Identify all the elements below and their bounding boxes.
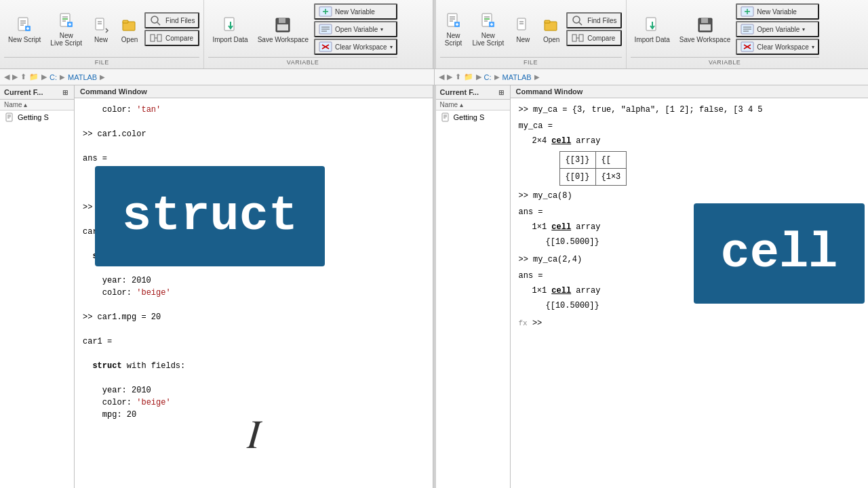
ans2-label: ans = [519,206,861,218]
file-icon-left [4,112,15,123]
import-data-button-right[interactable]: Import Data [631,14,674,45]
new-icon-right [513,16,532,35]
clear-workspace-icon-right [741,41,754,52]
command2: >> my_ca(8) [519,190,861,202]
cf-item-getting-started-right[interactable]: Getting S [436,110,510,124]
new-variable-button-left[interactable]: New Variable [314,3,397,20]
path-c-right[interactable]: C: [484,73,492,81]
new-button-right[interactable]: New [509,14,536,45]
new-script-button[interactable]: New Script [4,14,45,45]
save-workspace-button-left[interactable]: Save Workspace [254,14,313,45]
new-live-script-button-right[interactable]: NewLive Script [469,9,509,49]
cell-array-table-container: {[3]} {[ {[0]} {1×3 [532,151,861,186]
cw-title-right: Command Window [516,87,583,96]
command-window-left: Command Window struct color: 'tan' >> ca… [75,85,433,488]
path-matlab-left[interactable]: MATLAB [68,73,97,81]
new-script-label-right: NewScript [445,32,462,47]
open-button-right[interactable]: Open [538,14,565,45]
new-variable-icon-left [319,6,332,17]
cf-col-header-left[interactable]: Name ▴ [0,100,74,110]
compare-button-right[interactable]: Compare [566,30,621,46]
cf-collapse-left[interactable]: ⊞ [60,87,70,97]
find-files-button-left[interactable]: Find Files [144,12,199,28]
path-matlab-right[interactable]: MATLAB [502,73,532,81]
cw-content-left[interactable]: struct color: 'tan' >> car1.color ans = … [75,98,433,488]
open-icon-right [542,16,561,35]
nav-up-icon-left[interactable]: ⬆ [20,73,26,81]
open-variable-label-left: Open Variable [335,26,378,33]
open-label-left: Open [121,36,138,43]
import-data-button-left[interactable]: Import Data [208,14,252,45]
new-variable-button-right[interactable]: New Variable [736,3,819,20]
file-group-label-left: FILE [4,57,199,66]
nav-back-icon-left[interactable]: ◀ [4,73,9,81]
svg-point-19 [151,16,158,23]
new-script-button-right[interactable]: NewScript [440,9,467,49]
svg-rect-67 [700,24,711,30]
new-variable-label-right: New Variable [757,8,797,16]
main-content: Current F... ⊞ Name ▴ Gett [0,85,868,488]
cf-title-left: Current F... [4,88,43,96]
clear-workspace-button-left[interactable]: Clear Workspace ▾ [314,39,397,55]
path-separator-left: ▶ [41,73,47,81]
cf-collapse-right[interactable]: ⊞ [496,87,506,97]
dropdown-icon-clear-left: ▾ [390,44,393,50]
svg-rect-82 [442,113,448,121]
svg-rect-27 [279,18,285,23]
svg-line-59 [579,22,582,25]
new-live-script-label-right: NewLive Script [473,32,505,47]
open-variable-icon-right [741,24,754,35]
cell-array3-label: 1×1 cell array [532,285,861,297]
panel-left-split: Current F... ⊞ Name ▴ Gett [0,85,433,488]
code-right[interactable]: >> my_ca = {3, true, "alpha", [1 2]; fal… [519,104,861,329]
new-live-script-icon [57,12,76,30]
save-workspace-label-right: Save Workspace [679,36,730,43]
nav-forward-icon-left[interactable]: ▶ [12,73,18,81]
cf-col-header-right[interactable]: Name ▴ [436,100,510,110]
svg-rect-78 [6,113,12,121]
open-variable-button-left[interactable]: Open Variable ▾ [314,21,397,37]
clear-workspace-label-right: Clear Workspace [757,43,809,51]
import-data-label-left: Import Data [212,36,248,43]
nav-folder-icon-right: 📁 [464,73,473,81]
save-workspace-button-right[interactable]: Save Workspace [675,14,734,45]
cf-item-getting-started-left[interactable]: Getting S [0,110,74,124]
nav-back-icon-right[interactable]: ◀ [439,73,444,81]
compare-icon-right [571,33,585,43]
open-label-right: Open [543,36,559,43]
compare-label-right: Compare [587,35,615,42]
save-workspace-icon-right [696,16,715,35]
panel-right: Current F... ⊞ Name ▴ Gett [436,85,869,488]
toolbar-right: NewScript NewLive S [436,0,869,68]
cw-header-left: Command Window [75,85,433,98]
cell-array-table: {[3]} {[ {[0]} {1×3 [559,151,627,186]
nav-up-icon-right[interactable]: ⬆ [455,73,461,81]
cell-r2c2: {1×3 [595,169,627,186]
path-separator-right: ▶ [476,73,481,81]
compare-button-left[interactable]: Compare [144,30,199,46]
code-left[interactable]: color: 'tan' >> car1.color ans = 'tan' >… [83,104,425,421]
new-script-icon [15,16,34,35]
find-files-icon-left [149,15,163,26]
path-arrow-right1: ▶ [494,73,500,81]
open-button-left[interactable]: Open [116,14,143,45]
cursor-area-left: 𝐼 [247,407,260,468]
cw-content-right[interactable]: cell >> my_ca = {3, true, "alpha", [1 2]… [511,98,869,488]
dropdown-icon-open-var-left: ▾ [380,26,383,33]
compare-icon-left [149,33,163,43]
nav-forward-icon-right[interactable]: ▶ [447,73,452,81]
save-workspace-icon-left [273,16,292,35]
find-files-button-right[interactable]: Find Files [566,12,621,28]
file-group-label-right: FILE [440,57,622,66]
path-bar: ◀ ▶ ⬆ 📁 ▶ C: ▶ MATLAB ▶ ◀ ▶ ⬆ 📁 ▶ C: ▶ M… [0,69,868,85]
clear-workspace-icon-left [319,41,332,52]
new-live-script-button[interactable]: NewLive Script [46,9,86,49]
variable-stack-right: New Variable Open Variable ▾ [736,3,819,55]
cell2-val: {[10.5000]} [546,236,861,248]
cell3-val: {[10.5000]} [546,300,861,312]
path-c-left[interactable]: C: [50,73,57,81]
cell-r2c1: {[0]} [559,169,595,186]
clear-workspace-button-right[interactable]: Clear Workspace ▾ [736,39,819,55]
new-button[interactable]: New [87,14,115,45]
open-variable-button-right[interactable]: Open Variable ▾ [736,21,819,37]
